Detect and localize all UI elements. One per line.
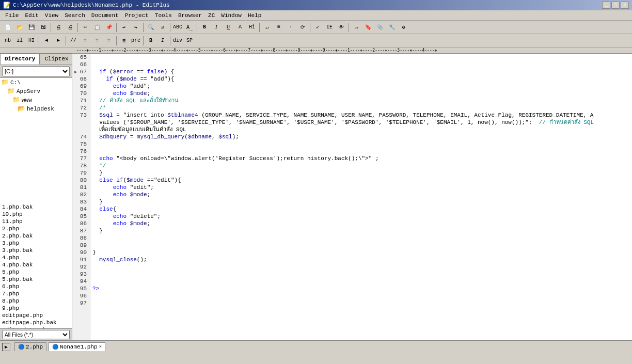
file-list[interactable]: 1.php.bak10.php11.php2.php2.php.bak3.php… xyxy=(0,203,72,329)
tab-noname1php[interactable]: 🔵 Noname1.php × xyxy=(49,342,105,351)
open-button[interactable]: 📂 xyxy=(14,22,25,33)
titlebar-controls[interactable]: _ □ × xyxy=(602,2,629,9)
menu-help[interactable]: Help xyxy=(245,11,264,20)
pre-button[interactable]: pre xyxy=(130,36,141,46)
whitespace-button[interactable]: · xyxy=(285,22,296,33)
comment-button[interactable]: // xyxy=(68,36,79,46)
tool1-button[interactable]: 🔧 xyxy=(386,22,398,33)
undo-button[interactable]: ↩ xyxy=(118,22,130,33)
spell-button[interactable]: ABC xyxy=(172,22,183,33)
code-container[interactable]: 6566▶ 6768697071727374757677787980818283… xyxy=(72,54,632,340)
indent-button[interactable]: ► xyxy=(53,36,64,46)
menu-browser[interactable]: Browser xyxy=(175,11,205,20)
menu-file[interactable]: File xyxy=(2,11,22,20)
bold-button[interactable]: B xyxy=(199,22,210,33)
i-button[interactable]: I xyxy=(157,36,168,46)
list-button[interactable]: ≣ xyxy=(118,36,130,46)
align-left-button[interactable]: ≡ xyxy=(80,36,91,46)
line-number xyxy=(74,126,87,133)
align-center-button[interactable]: ≡ xyxy=(91,36,103,46)
validate-button[interactable]: ✓ xyxy=(312,22,323,33)
tree-item-c[interactable]: 📁 C:\ xyxy=(0,78,72,87)
tree-item-helpdesk[interactable]: 📂 helpdesk xyxy=(0,104,72,113)
tool2-button[interactable]: ⚙ xyxy=(398,22,409,33)
file-item[interactable]: 8.php xyxy=(0,297,72,305)
code-content[interactable]: if ($error == false) { if ($mode == "add… xyxy=(90,54,632,340)
file-item[interactable]: 1.php.bak xyxy=(0,203,72,211)
underline-button[interactable]: U xyxy=(223,22,234,33)
file-item[interactable]: 9.php xyxy=(0,305,72,312)
tag-button[interactable]: A̲ xyxy=(184,22,195,33)
div-button[interactable]: div xyxy=(172,36,183,46)
file-item[interactable]: editpage.php.bak xyxy=(0,319,72,326)
file-item[interactable]: 5.php xyxy=(0,268,72,276)
save-button[interactable]: 💾 xyxy=(26,22,37,33)
save-all-button[interactable]: 🖫 xyxy=(38,22,49,33)
menu-search[interactable]: Search xyxy=(61,11,88,20)
tab-2php[interactable]: 🔵 2.php xyxy=(14,342,46,351)
bookmark-button[interactable]: 🔖 xyxy=(362,22,374,33)
file-item[interactable]: 2.php xyxy=(0,225,72,232)
copy-button[interactable]: 📋 xyxy=(91,22,103,33)
file-item[interactable]: 5.php.bak xyxy=(0,276,72,283)
separator1 xyxy=(51,23,51,32)
tree-item-appserv[interactable]: 📁 AppServ xyxy=(0,87,72,96)
menu-document[interactable]: Document xyxy=(88,11,122,20)
cliptext-button[interactable]: 📎 xyxy=(374,22,386,33)
maximize-button[interactable]: □ xyxy=(611,2,620,9)
ruler-button[interactable]: ≡ xyxy=(273,22,285,33)
cut-button[interactable]: ✂ xyxy=(80,22,91,33)
menu-tools[interactable]: Tools xyxy=(152,11,175,20)
file-item[interactable]: 6.php xyxy=(0,283,72,290)
find-button[interactable]: 🔍 xyxy=(145,22,156,33)
code-line: // คำสั่ง SQL และสั่งให้ทำงาน xyxy=(92,97,632,104)
preview-button[interactable]: 👁 xyxy=(336,22,347,33)
redo-button[interactable]: ↪ xyxy=(130,22,141,33)
file-item[interactable]: 11.php xyxy=(0,218,72,225)
replace-button[interactable]: ⇄ xyxy=(157,22,168,33)
b-button[interactable]: B xyxy=(145,36,156,46)
file-item[interactable]: 7.php xyxy=(0,290,72,297)
paste-button[interactable]: 📌 xyxy=(103,22,115,33)
file-item[interactable]: 3.php.bak xyxy=(0,247,72,254)
word-wrap-button[interactable]: ↵ xyxy=(261,22,273,33)
file-item[interactable]: 2.php.bak xyxy=(0,232,72,240)
print-preview-button[interactable]: 🖨 xyxy=(65,22,76,33)
hi-button[interactable]: HI xyxy=(26,36,37,46)
align-right-button[interactable]: ≡ xyxy=(103,36,115,46)
file-item[interactable]: 4.php xyxy=(0,254,72,261)
tab-close-button[interactable]: × xyxy=(99,344,102,350)
menu-edit[interactable]: Edit xyxy=(22,11,41,20)
tab-directory[interactable]: Directory xyxy=(0,54,40,65)
menu-zc[interactable]: ZC xyxy=(205,11,218,20)
sp-button[interactable]: SP xyxy=(184,36,195,46)
menu-project[interactable]: Project xyxy=(122,11,152,20)
outdent-button[interactable]: ◄ xyxy=(41,36,52,46)
file-item[interactable]: editpage.php xyxy=(0,312,72,319)
new-button[interactable]: 📄 xyxy=(2,22,13,33)
italic-button[interactable]: I xyxy=(211,22,222,33)
menu-window[interactable]: Window xyxy=(218,11,245,20)
rect-sel-button[interactable]: ▭ xyxy=(351,22,362,33)
file-filter-select[interactable]: All Files (*.*) xyxy=(2,330,70,339)
print-button[interactable]: 🖨 xyxy=(53,22,64,33)
file-item[interactable]: 3.php xyxy=(0,240,72,247)
separator4 xyxy=(143,23,144,32)
sync-button[interactable]: ⟳ xyxy=(297,22,308,33)
drive-select[interactable]: [C:] xyxy=(2,66,70,76)
highlight-button[interactable]: Hi xyxy=(246,22,258,33)
line-number: 78 xyxy=(74,162,87,169)
view-html-button[interactable]: IE xyxy=(324,22,335,33)
file-item[interactable]: 10.php xyxy=(0,211,72,218)
il-button[interactable]: il xyxy=(14,36,25,46)
nb-button[interactable]: nb xyxy=(2,36,13,46)
color-button[interactable]: A xyxy=(234,22,246,33)
close-button[interactable]: × xyxy=(621,2,629,9)
tree-item-www[interactable]: 📁 www xyxy=(0,96,72,104)
code-line: เพื่อเพิ่มข้อมูลแบบเดิมในคำสั่ง SQL xyxy=(92,126,632,133)
minimize-button[interactable]: _ xyxy=(602,2,610,9)
tab-cliptex[interactable]: Cliptex xyxy=(40,54,72,65)
menu-view[interactable]: View xyxy=(42,11,61,20)
file-item[interactable]: 4.php.bak xyxy=(0,261,72,268)
status-icon: ▶ xyxy=(5,344,8,350)
